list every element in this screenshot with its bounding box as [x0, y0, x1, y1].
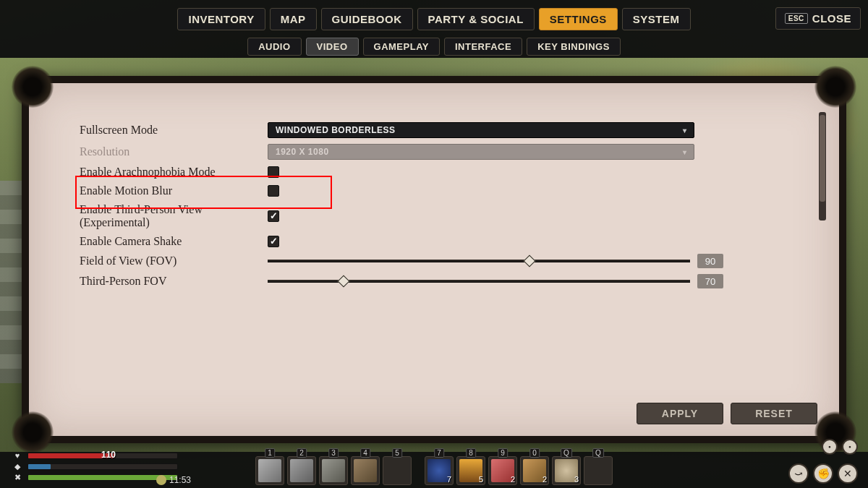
hud-bar: ♥ 110 ◆ ✖ 11:53 1 2 3 4 5 77 85 92 02 Q3…	[0, 452, 868, 488]
slider-thumb[interactable]	[338, 275, 350, 288]
hotbar-slot[interactable]: 4	[351, 456, 380, 485]
ornament-corner-icon	[814, 66, 856, 108]
slot-key: 4	[360, 448, 370, 458]
label-fullscreen: Fullscreen Mode	[80, 124, 268, 137]
checkbox-camera-shake[interactable]	[268, 236, 279, 247]
dropdown-fullscreen-mode[interactable]: WINDOWED BORDERLESS ▾	[268, 122, 694, 138]
label-motion-blur: Enable Motion Blur	[80, 184, 268, 197]
ornament-corner-icon	[12, 411, 54, 453]
esc-key-icon: ESC	[785, 13, 808, 24]
subnav-video[interactable]: VIDEO	[306, 38, 359, 56]
slot-count: 3	[574, 475, 579, 484]
hotbar-slot[interactable]: 92	[488, 456, 517, 485]
row-camera-shake: Enable Camera Shake	[80, 232, 817, 251]
chevron-down-icon: ▾	[683, 148, 687, 156]
slot-count: 7	[447, 475, 451, 484]
label-fov: Field of View (FOV)	[80, 254, 268, 267]
chevron-down-icon: ▾	[683, 127, 687, 134]
hotbar-slot[interactable]: Q	[584, 456, 613, 485]
mp-bar: ◆	[12, 462, 178, 471]
hp-value: 110	[101, 450, 116, 460]
settings-panel: Fullscreen Mode WINDOWED BORDERLESS ▾ Re…	[22, 76, 846, 443]
label-arachnophobia: Enable Arachnophobia Mode	[80, 166, 268, 179]
main-nav: INVENTORY MAP GUIDEBOOK PARTY & SOCIAL S…	[177, 8, 690, 30]
row-motion-blur: Enable Motion Blur	[80, 181, 817, 200]
subnav-gameplay[interactable]: GAMEPLAY	[363, 38, 440, 56]
nav-system[interactable]: SYSTEM	[622, 8, 691, 30]
nav-party-social[interactable]: PARTY & SOCIAL	[417, 8, 535, 30]
hotbar-slot[interactable]: 3	[319, 456, 348, 485]
subnav-keybindings[interactable]: KEY BINDINGS	[527, 38, 621, 56]
game-clock: 11:53	[156, 475, 191, 485]
slider-tp-fov[interactable]	[268, 280, 690, 283]
slider-thumb[interactable]	[524, 255, 536, 267]
status-icon[interactable]: •	[822, 439, 838, 455]
settings-subnav: AUDIO VIDEO GAMEPLAY INTERFACE KEY BINDI…	[0, 38, 868, 58]
hotbar-slot[interactable]: 02	[520, 456, 549, 485]
value-fov: 90	[697, 254, 723, 268]
nav-settings[interactable]: SETTINGS	[539, 8, 618, 30]
value-tp-fov: 70	[697, 274, 723, 288]
slot-count: 5	[479, 475, 483, 484]
hp-bar: ♥ 110	[12, 451, 178, 460]
slot-key: 0	[529, 448, 540, 458]
row-arachnophobia: Enable Arachnophobia Mode	[80, 163, 817, 181]
top-nav-bar: INVENTORY MAP GUIDEBOOK PARTY & SOCIAL S…	[0, 0, 868, 38]
checkbox-third-person[interactable]	[268, 210, 279, 222]
hotbar-slot[interactable]: Q3	[552, 456, 581, 485]
reset-button[interactable]: RESET	[731, 403, 817, 424]
hotbar: 1 2 3 4 5 77 85 92 02 Q3 Q	[255, 456, 613, 485]
scrollbar-thumb[interactable]	[820, 115, 825, 202]
hotbar-slot[interactable]: 1	[255, 456, 284, 485]
row-tp-fov: Third-Person FOV 70	[80, 271, 817, 291]
label-third-person: Enable Third-Person View (Experimental)	[80, 203, 268, 229]
hotbar-slot[interactable]: 85	[456, 456, 485, 485]
action-icon-tools[interactable]: ✕	[838, 463, 858, 484]
row-fov: Field of View (FOV) 90	[80, 251, 817, 271]
hotbar-slot[interactable]: 5	[383, 456, 412, 485]
slot-count: 2	[511, 475, 515, 484]
hotbar-slot[interactable]: 2	[287, 456, 316, 485]
dropdown-value: WINDOWED BORDERLESS	[276, 125, 396, 135]
slider-fov[interactable]	[268, 260, 690, 262]
slot-key: 1	[265, 448, 275, 458]
hud-right-icons: • • ⤻ ✊ ✕	[778, 439, 858, 484]
nav-guidebook[interactable]: GUIDEBOOK	[321, 8, 413, 30]
slot-key: 9	[498, 448, 508, 458]
stamina-icon: ✖	[12, 471, 23, 483]
slot-count: 2	[542, 475, 547, 484]
dropdown-value: 1920 X 1080	[276, 147, 329, 157]
label-resolution: Resolution	[80, 145, 268, 158]
checkbox-motion-blur[interactable]	[268, 185, 279, 197]
ornament-corner-icon	[12, 66, 54, 108]
status-icon[interactable]: •	[842, 439, 858, 455]
dropdown-resolution: 1920 X 1080 ▾	[268, 144, 694, 160]
slot-key: Q	[592, 448, 604, 458]
settings-scrollbar[interactable]	[819, 112, 826, 221]
label-tp-fov: Third-Person FOV	[80, 275, 268, 288]
close-label: CLOSE	[812, 12, 851, 25]
clock-time: 11:53	[169, 475, 191, 485]
hotbar-slot[interactable]: 77	[425, 456, 454, 485]
subnav-audio[interactable]: AUDIO	[247, 38, 301, 56]
apply-button[interactable]: APPLY	[637, 403, 723, 424]
heart-icon: ♥	[12, 450, 23, 461]
action-icon-dash[interactable]: ⤻	[788, 463, 809, 484]
panel-footer: APPLY RESET	[637, 403, 817, 424]
subnav-interface[interactable]: INTERFACE	[444, 38, 522, 56]
slot-key: 7	[434, 448, 444, 458]
slot-key: 2	[297, 448, 307, 458]
action-icon-grab[interactable]: ✊	[813, 463, 833, 484]
nav-map[interactable]: MAP	[270, 8, 317, 30]
status-bars: ♥ 110 ◆ ✖	[12, 451, 178, 484]
nav-inventory[interactable]: INVENTORY	[177, 8, 265, 30]
checkbox-arachnophobia[interactable]	[268, 166, 279, 178]
close-button[interactable]: ESC CLOSE	[775, 7, 861, 30]
stamina-bar: ✖	[12, 473, 178, 481]
slot-key: 5	[392, 448, 402, 458]
slot-key: Q	[561, 448, 572, 458]
label-camera-shake: Enable Camera Shake	[80, 235, 268, 248]
sun-icon	[156, 475, 166, 485]
row-resolution: Resolution 1920 X 1080 ▾	[80, 141, 817, 163]
row-third-person: Enable Third-Person View (Experimental)	[80, 200, 817, 232]
